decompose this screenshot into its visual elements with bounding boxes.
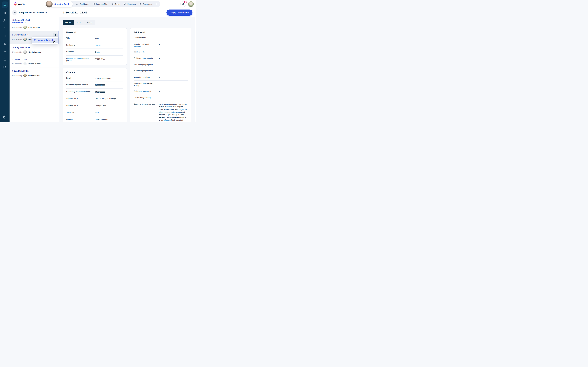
field-label: Disabled status	[134, 37, 159, 39]
avatar	[23, 50, 27, 54]
left-column: Personal Title Miss First name Christine	[63, 28, 127, 122]
field-label: Mandatory work related activity	[134, 82, 159, 86]
field-value: -	[159, 82, 188, 85]
field-value: Unit 14, 3 Edgar Buildings	[95, 98, 123, 100]
field-row: Customer job preferences Eleifend in mor…	[134, 101, 188, 123]
field-value: -	[159, 43, 188, 46]
user-chip-name: Christine Smith	[54, 3, 69, 5]
uploaded-by-row: Uploaded by Kirstin Watson	[12, 50, 56, 54]
field-row: Welsh language spoken -	[134, 62, 188, 68]
card-title: Additional	[134, 31, 188, 34]
avatar	[23, 25, 27, 29]
field-value: Christine	[95, 44, 123, 47]
nav-item-documents[interactable]: Documents	[139, 3, 152, 5]
active-user-chip[interactable]: Christine Smith	[46, 1, 73, 7]
field-label: Title	[66, 37, 95, 39]
nav-item-tasks[interactable]: Tasks	[111, 3, 120, 5]
apply-this-version-button[interactable]: Apply This Version	[166, 9, 192, 16]
uploaded-by-row: Uploaded by Julie Stevens	[12, 25, 56, 29]
bar-chart-icon[interactable]	[3, 11, 6, 14]
version-item[interactable]: 15 Aug 2021 12:45 Uploaded by Kirstin Wa…	[9, 44, 59, 56]
search-icon[interactable]	[3, 27, 6, 30]
field-label: Welsh language written	[134, 70, 159, 72]
uploaded-by-row: Uploaded by Wade Warren	[12, 74, 56, 77]
uploaded-by-label: Uploaded by	[12, 38, 22, 40]
field-row: Town/city Bath	[66, 109, 123, 116]
uploaded-by-row: Uploaded by DR Dianne Russell	[12, 62, 56, 65]
field-value: Eleifend in morbi adipiscing sociis augu…	[159, 103, 188, 123]
field-row: Title Miss	[66, 35, 123, 42]
version-title-date: 1 Sep 2021	[63, 11, 78, 14]
card-title: Contact	[66, 71, 123, 74]
selected-indicator-bar	[59, 31, 59, 44]
personal-card: Personal Title Miss First name Christine	[63, 28, 127, 65]
field-label: Secondary telephone number	[66, 91, 95, 93]
avatar	[23, 74, 27, 77]
field-row: Country United Kingdom	[66, 116, 123, 122]
field-row: Surname Smith	[66, 49, 123, 56]
field-label: Town/city	[66, 111, 95, 113]
scrollbar-track[interactable]	[195, 8, 196, 122]
nav-item-messages[interactable]: Messages	[123, 3, 136, 5]
field-value: -	[159, 70, 188, 72]
version-date: 1 Sep 2021 12:45	[12, 33, 56, 36]
version-kebab-icon[interactable]	[56, 70, 58, 73]
main-header: 1 Sep 2021 12:45 Apply This Version	[59, 8, 196, 17]
document-play-icon[interactable]	[3, 66, 6, 69]
app-name: aven.	[18, 2, 25, 6]
hand-cursor-icon	[52, 40, 56, 43]
shell: aven. Christine Smith Dashboard Learning…	[9, 0, 196, 122]
help-icon[interactable]	[3, 115, 7, 119]
clipboard-icon[interactable]	[3, 34, 6, 38]
upload-icon[interactable]	[3, 58, 6, 61]
version-kebab-icon[interactable]	[56, 19, 58, 22]
card-title: Personal	[66, 31, 123, 34]
brand-mark: a.	[2, 1, 8, 8]
field-label: National Insurance Number (NINO)	[66, 58, 95, 62]
additional-card: Additional Disabled status - Voluntary e…	[130, 28, 191, 122]
uploader-name: Wade Warren	[28, 75, 39, 76]
version-date: 7 Jun 2021 13:21	[12, 70, 56, 72]
nav-item-label: Documents	[143, 3, 152, 5]
field-row: Secondary telephone number 0456723222	[66, 89, 123, 96]
nav-item-label: Messages	[127, 3, 136, 5]
version-item-current[interactable]: 15 Sep 2021 12:45 Current Version Upload…	[9, 17, 59, 31]
nav-item-dashboard[interactable]: Dashboard	[76, 3, 89, 5]
field-value: 0123667362	[95, 84, 123, 86]
notifications-button[interactable]: 2	[180, 1, 186, 7]
field-value: George Street	[95, 104, 123, 107]
detail-tabs: Details Notes History	[63, 20, 95, 25]
chat-icon[interactable]	[3, 42, 6, 45]
version-date: 15 Sep 2021 12:45	[12, 19, 56, 21]
field-row: Primary telephone number 0123667362	[66, 82, 123, 89]
flag-icon[interactable]	[3, 50, 6, 53]
field-value: -	[159, 57, 188, 60]
uploader-name: Julie Stevens	[28, 26, 40, 28]
back-button[interactable]	[12, 10, 17, 15]
field-value: -	[159, 64, 188, 66]
tab-notes[interactable]: Notes	[74, 20, 84, 25]
profile-avatar[interactable]	[188, 1, 194, 7]
version-kebab-icon[interactable]	[56, 46, 58, 50]
version-item[interactable]: 7 Jun 2021 13:21 Uploaded by Wade Warren	[9, 68, 59, 79]
nav-overflow-kebab-icon[interactable]	[156, 2, 157, 6]
version-title: 1 Sep 2021 12:45	[63, 11, 87, 14]
field-value: -	[159, 90, 188, 93]
tab-history[interactable]: History	[84, 20, 95, 25]
version-item[interactable]: 7 Jun 2021 13:21 Uploaded by DR Dianne R…	[9, 56, 59, 68]
version-kebab-icon[interactable]	[56, 58, 58, 61]
version-date: 15 Aug 2021 12:45	[12, 46, 56, 49]
field-value: -	[159, 37, 188, 39]
field-row: Disabled status -	[134, 35, 188, 41]
users-icon[interactable]	[3, 19, 6, 22]
nav-item-learning-plan[interactable]: Learning Plan	[93, 3, 108, 5]
panel-title-secondary: Version History	[33, 11, 47, 14]
panel-title: PRap Details Version History	[19, 11, 47, 14]
field-row: Safeguard measures -	[134, 88, 188, 95]
field-value: Miss	[95, 37, 123, 40]
field-row: Childcare requirements -	[134, 55, 188, 62]
field-row: Incident code -	[134, 49, 188, 55]
tab-details[interactable]: Details	[63, 20, 74, 25]
field-row: Voluntary early entry category -	[134, 41, 188, 49]
top-navigation: Christine Smith Dashboard Learning Plan …	[46, 1, 160, 7]
